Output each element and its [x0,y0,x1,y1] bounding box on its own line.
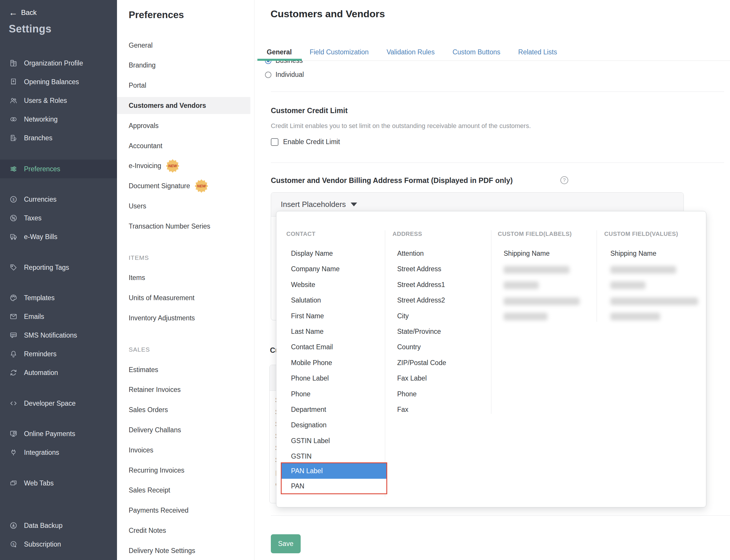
dropdown-item-shipping-name[interactable]: Shipping Name [504,250,550,257]
panel-item-users[interactable]: Users [117,198,250,215]
panel-item-transaction-number-series[interactable]: Transaction Number Series [117,218,250,235]
dropdown-item-phone-label[interactable]: Phone Label [291,374,329,382]
sidebar-item-sms-notifications[interactable]: SMSSMS Notifications [0,326,117,345]
dropdown-item-mobile-phone[interactable]: Mobile Phone [291,359,332,367]
panel-item-branding[interactable]: Branding [117,57,250,74]
sidebar-item-organization-profile[interactable]: Organization Profile [0,54,117,72]
sidebar-item-web-tabs[interactable]: Web Tabs [0,474,117,492]
dropdown-item-salutation[interactable]: Salutation [291,296,321,304]
panel-item-recurring-invoices[interactable]: Recurring Invoices [117,462,250,479]
sidebar-item-reminders[interactable]: Reminders [0,345,117,363]
dropdown-item-website[interactable]: Website [291,281,315,289]
panel-item-inventory-adjustments[interactable]: Inventory Adjustments [117,310,250,326]
panel-item-label: Approvals [129,122,158,130]
individual-radio[interactable] [265,72,271,78]
sidebar-item-label: Networking [24,115,58,123]
dropdown-item-phone[interactable]: Phone [291,390,310,398]
dropdown-item-fax[interactable]: Fax [397,406,408,414]
dropdown-item-street-address1[interactable]: Street Address1 [397,281,445,289]
tab-field-customization[interactable]: Field Customization [310,48,369,56]
dropdown-item-company-name[interactable]: Company Name [291,265,339,273]
panel-item-accountant[interactable]: Accountant [117,137,250,154]
dropdown-item-state-province[interactable]: State/Province [397,328,441,336]
dropdown-item-country[interactable]: Country [397,343,421,351]
page-title: Customers and Vendors [270,8,385,20]
back-button[interactable]: ← Back [9,8,37,17]
panel-item-retainer-invoices[interactable]: Retainer Invoices [117,381,250,398]
sidebar-item-preferences[interactable]: Preferences [0,160,117,178]
sidebar-item-networking[interactable]: Networking [0,110,117,129]
dropdown-item-city[interactable]: City [397,312,409,320]
radio-row-business[interactable]: Business [265,61,303,65]
dropdown-item-gstin[interactable]: GSTIN [291,452,311,460]
panel-item-approvals[interactable]: Approvals [117,117,250,134]
dropdown-item-gstin-label[interactable]: GSTIN Label [291,437,330,445]
sidebar-item-users-roles[interactable]: Users & Roles [0,91,117,110]
panel-item-payments-received[interactable]: Payments Received [117,502,250,519]
panel-item-portal[interactable]: Portal [117,77,250,94]
sidebar-item-developer-space[interactable]: Developer Space [0,394,117,413]
enable-credit-limit-checkbox[interactable] [271,138,278,146]
panel-item-delivery-note-settings[interactable]: Delivery Note Settings [117,542,250,559]
sidebar-item-branches[interactable]: Branches [0,129,117,147]
dropdown-item-attention[interactable]: Attention [397,250,424,257]
panel-item-sales-orders[interactable]: Sales Orders [117,402,250,419]
section-divider [271,91,724,92]
svg-text:$: $ [12,197,14,202]
panel-item-customers-and-vendors[interactable]: Customers and Vendors [117,97,250,114]
new-badge: NEW [195,179,208,193]
sidebar-item-opening-balances[interactable]: Opening Balances [0,72,117,91]
tab-related-lists[interactable]: Related Lists [518,48,557,56]
panel-item-credit-notes[interactable]: Credit Notes [117,522,250,539]
panel-item-document-signature[interactable]: Document SignatureNEW [117,178,250,195]
dropdown-item-department[interactable]: Department [291,406,326,414]
insert-placeholders-button-1[interactable]: Insert Placeholders [281,200,357,209]
blurred-placeholder-row [504,298,580,305]
dropdown-item-fax-label[interactable]: Fax Label [397,374,427,382]
dropdown-item-pan[interactable]: PAN [282,479,387,493]
panel-item-general[interactable]: General [117,37,250,54]
sidebar-item-taxes[interactable]: Taxes [0,209,117,227]
save-button[interactable]: Save [271,534,301,553]
dropdown-item-zip-postal-code[interactable]: ZIP/Postal Code [397,359,446,367]
tab-validation-rules[interactable]: Validation Rules [387,48,435,56]
enable-credit-limit-row[interactable]: Enable Credit Limit [271,138,340,146]
dropdown-item-display-name[interactable]: Display Name [291,250,333,257]
panel-item-units-of-measurement[interactable]: Units of Measurement [117,290,250,307]
sidebar-item-automation[interactable]: Automation [0,363,117,382]
sidebar-item-label: Templates [24,294,55,302]
sidebar-item-subscription[interactable]: $Subscription [0,535,117,554]
dropdown-item-contact-email[interactable]: Contact Email [291,343,333,351]
sidebar-item-data-backup[interactable]: Data Backup [0,516,117,535]
settings-sidebar: ← Back Settings Organization ProfileOpen… [0,0,117,560]
sidebar-item-e-way-bills[interactable]: ee-Way Bills [0,227,117,246]
help-icon[interactable]: ? [560,176,568,184]
sidebar-item-integrations[interactable]: Integrations [0,443,117,462]
dropdown-item-street-address2[interactable]: Street Address2 [397,296,445,304]
tab-general[interactable]: General [267,48,292,56]
dropdown-item-first-name[interactable]: First Name [291,312,324,320]
credit-limit-heading: Customer Credit Limit [271,106,348,115]
business-radio[interactable] [265,61,271,64]
dropdown-item-pan-label[interactable]: PAN Label [282,463,387,479]
tab-custom-buttons[interactable]: Custom Buttons [453,48,501,56]
dropdown-item-street-address[interactable]: Street Address [397,265,441,273]
sidebar-item-currencies[interactable]: $Currencies [0,190,117,209]
radio-row-individual[interactable]: Individual [265,71,304,79]
dropdown-item-shipping-name[interactable]: Shipping Name [610,250,656,257]
panel-item-items[interactable]: Items [117,269,250,286]
sidebar-item-online-payments[interactable]: Online Payments [0,424,117,443]
panel-item-e-invoicing[interactable]: e-InvoicingNEW [117,158,250,174]
dropdown-item-last-name[interactable]: Last Name [291,328,323,336]
sidebar-item-reporting-tags[interactable]: Reporting Tags [0,258,117,277]
panel-item-delivery-challans[interactable]: Delivery Challans [117,421,250,438]
panel-item-sales-receipt[interactable]: Sales Receipt [117,482,250,499]
panel-item-label: Inventory Adjustments [129,314,195,322]
sidebar-item-templates[interactable]: Templates [0,288,117,307]
sidebar-item-emails[interactable]: Emails [0,307,117,326]
dropdown-item-phone[interactable]: Phone [397,390,417,398]
panel-item-invoices[interactable]: Invoices [117,442,250,459]
sidebar-item-label: Integrations [24,449,59,457]
panel-item-estimates[interactable]: Estimates [117,361,250,378]
dropdown-item-designation[interactable]: Designation [291,421,326,429]
